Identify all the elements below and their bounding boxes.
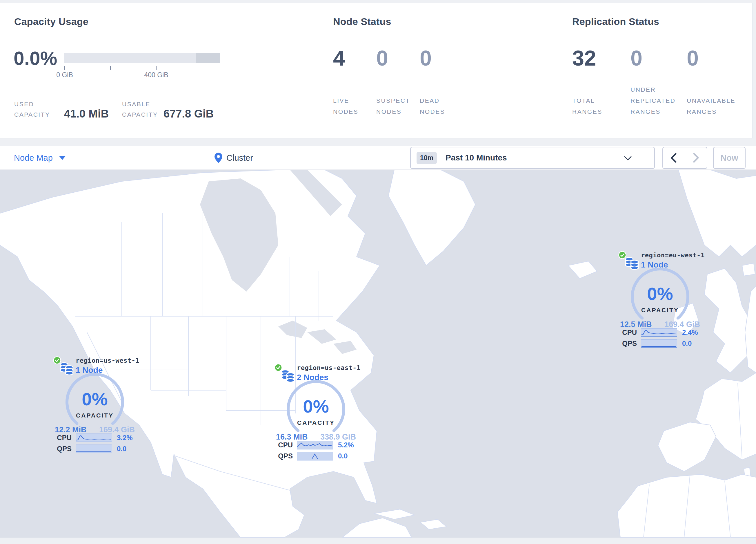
qps-sparkline	[641, 339, 677, 348]
qps-label: QPS	[272, 452, 293, 460]
used-capacity-label: USED CAPACITY	[14, 99, 63, 120]
cpu-label: CPU	[617, 329, 637, 337]
capacity-used-value: 12.5 MiB	[620, 320, 652, 329]
view-selector-dropdown[interactable]: Node Map	[14, 146, 66, 170]
capacity-used-value: 16.3 MiB	[276, 433, 308, 442]
dead-nodes-count: 0	[420, 47, 432, 70]
capacity-usage-bar	[64, 53, 220, 63]
cpu-sparkline-chart	[76, 434, 112, 442]
capacity-usage-percent: 0.0%	[14, 47, 57, 69]
qps-metric-row: QPS 0.0	[272, 452, 359, 460]
qps-sparkline-chart	[76, 445, 112, 453]
cpu-metric-row: CPU 2.4%	[617, 328, 704, 337]
dead-nodes-label: DEAD NODES	[420, 95, 455, 117]
world-map	[0, 170, 756, 538]
qps-metric-row: QPS 0.0	[51, 445, 138, 453]
capacity-used-value: 12.2 MiB	[55, 425, 87, 434]
time-step-back-button[interactable]	[663, 147, 685, 168]
region-metrics: CPU 3.2% QPS 0.0	[51, 434, 138, 456]
suspect-nodes-label: SUSPECT NODES	[376, 95, 414, 117]
region-marker-labels: region=us-east-1 2 Nodes	[297, 364, 361, 383]
capacity-values-row: 16.3 MiB 338.9 GiB	[276, 433, 356, 442]
node-map[interactable]	[0, 170, 756, 538]
capacity-axis-tick	[110, 66, 111, 70]
capacity-total-value: 169.4 GiB	[664, 320, 700, 329]
chevron-right-icon	[693, 153, 699, 163]
capacity-gauge-percent: 0%	[284, 396, 348, 417]
qps-value: 0.0	[117, 445, 126, 453]
capacity-gauge: 0% CAPACITY	[284, 380, 348, 438]
capacity-gauge-percent: 0%	[63, 389, 127, 409]
now-button[interactable]: Now	[713, 147, 746, 169]
time-step-buttons	[662, 147, 707, 169]
total-ranges-count: 32	[572, 47, 596, 70]
qps-sparkline-chart	[641, 340, 677, 347]
total-ranges-label: TOTAL RANGES	[572, 95, 613, 117]
unavailable-ranges-label: UNAVAILABLE RANGES	[687, 95, 753, 117]
time-range-select[interactable]: 10m Past 10 Minutes	[410, 147, 655, 169]
cpu-sparkline-chart	[297, 441, 333, 449]
breadcrumb[interactable]: Cluster	[215, 146, 253, 170]
capacity-usage-bar-reserved	[196, 53, 220, 63]
region-metrics: CPU 5.2% QPS 0.0	[272, 441, 359, 463]
region-marker-labels: region=eu-west-1 1 Node	[641, 251, 705, 270]
cpu-sparkline	[297, 441, 333, 449]
cpu-sparkline	[76, 434, 112, 442]
region-name: region=eu-west-1	[641, 251, 705, 260]
region-marker-labels: region=us-west-1 1 Node	[76, 356, 139, 376]
capacity-usage-title: Capacity Usage	[14, 16, 88, 27]
capacity-values-row: 12.5 MiB 169.4 GiB	[620, 320, 700, 329]
under-replicated-ranges-count: 0	[630, 47, 642, 70]
cpu-sparkline	[641, 328, 677, 337]
live-nodes-label: LIVE NODES	[333, 95, 368, 117]
qps-sparkline	[76, 445, 112, 453]
time-range-label: Past 10 Minutes	[446, 153, 507, 162]
capacity-axis-tick	[202, 66, 202, 70]
capacity-gauge-label: CAPACITY	[284, 419, 348, 426]
cpu-value: 5.2%	[338, 441, 354, 449]
chevron-down-icon	[59, 156, 66, 160]
cpu-label: CPU	[272, 441, 293, 449]
under-replicated-ranges-label: UNDER-REPLICATED RANGES	[630, 84, 693, 117]
qps-label: QPS	[617, 340, 637, 348]
time-step-forward-button[interactable]	[685, 147, 707, 168]
region-name: region=us-east-1	[297, 364, 361, 372]
replication-status-title: Replication Status	[572, 16, 659, 27]
cpu-sparkline-chart	[641, 329, 677, 336]
capacity-gauge: 0% CAPACITY	[628, 268, 692, 326]
capacity-gauge-label: CAPACITY	[63, 412, 127, 419]
cpu-metric-row: CPU 3.2%	[51, 434, 138, 442]
qps-value: 0.0	[682, 340, 692, 348]
qps-sparkline	[297, 452, 333, 460]
cluster-summary-panel: Capacity Usage 0.0% 0 GiB 400 GiB USED C…	[0, 3, 753, 138]
capacity-axis-label-400: 400 GiB	[144, 71, 168, 79]
chevron-down-icon	[624, 156, 632, 161]
node-status-title: Node Status	[333, 16, 391, 27]
cpu-label: CPU	[51, 434, 72, 442]
used-capacity-value: 41.0 MiB	[64, 108, 109, 120]
capacity-total-value: 169.4 GiB	[99, 425, 135, 434]
suspect-nodes-count: 0	[376, 47, 388, 70]
location-pin-icon	[215, 153, 222, 163]
chevron-left-icon	[670, 153, 677, 163]
usable-capacity-value: 677.8 GiB	[163, 108, 214, 120]
unavailable-ranges-count: 0	[687, 47, 699, 70]
qps-sparkline-chart	[297, 452, 333, 460]
capacity-axis-label-0: 0 GiB	[56, 71, 73, 79]
map-toolbar: Node Map Cluster 10m Past 10 Minutes Now	[0, 146, 756, 170]
region-metrics: CPU 2.4% QPS 0.0	[617, 328, 704, 350]
capacity-axis-tick	[64, 66, 65, 70]
cpu-metric-row: CPU 5.2%	[272, 441, 359, 449]
region-name: region=us-west-1	[76, 356, 139, 365]
view-selector-label: Node Map	[14, 153, 53, 163]
capacity-gauge-label: CAPACITY	[628, 307, 692, 314]
capacity-gauge: 0% CAPACITY	[63, 373, 127, 431]
cpu-value: 3.2%	[117, 434, 133, 442]
time-range-badge: 10m	[417, 152, 437, 164]
capacity-total-value: 338.9 GiB	[320, 433, 356, 442]
cpu-value: 2.4%	[682, 329, 698, 337]
capacity-gauge-percent: 0%	[628, 284, 692, 304]
capacity-axis-tick	[156, 66, 157, 70]
qps-label: QPS	[51, 445, 72, 453]
qps-metric-row: QPS 0.0	[617, 339, 704, 348]
